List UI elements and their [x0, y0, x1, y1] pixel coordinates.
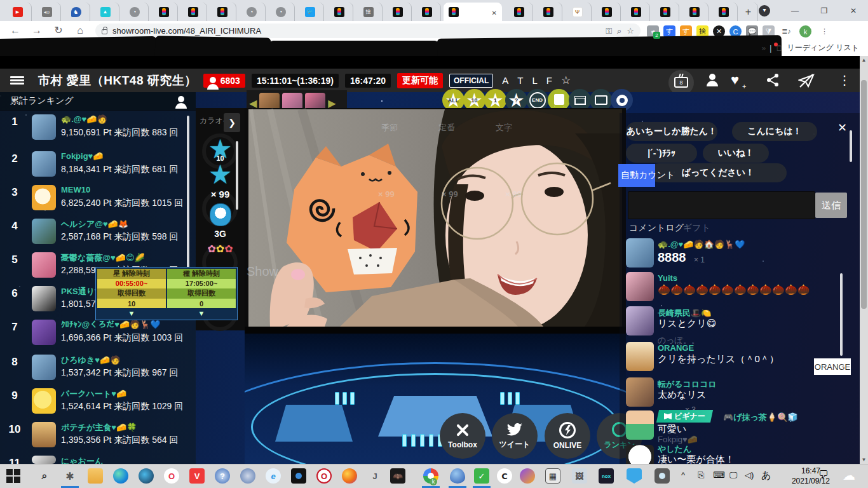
notification-center-icon[interactable]: 🗩 — [818, 469, 829, 480]
scroll-up-icon[interactable]: ▲ — [860, 57, 868, 63]
quick-comment-chip[interactable]: あいちーしか勝たん！ — [626, 122, 717, 141]
edge-icon[interactable] — [113, 468, 128, 484]
restore-button[interactable]: ❐ — [810, 0, 839, 21]
tray-ime-tool-icon[interactable]: ⌨ — [713, 470, 725, 480]
avatar[interactable] — [626, 342, 654, 371]
avatar[interactable] — [32, 185, 56, 210]
settings-gear-icon[interactable]: ✱ — [62, 468, 78, 484]
avatar[interactable] — [626, 238, 654, 268]
close-window-button[interactable]: ✕ — [839, 0, 868, 21]
minimize-button[interactable]: — — [780, 0, 810, 21]
close-tab-icon[interactable] — [492, 6, 497, 18]
tab-showroom[interactable] — [651, 3, 679, 21]
dark-app-icon[interactable] — [291, 468, 306, 484]
tab-twitter[interactable] — [296, 3, 324, 21]
quick-comment-chip[interactable]: こんにちは！ — [732, 122, 817, 141]
telegram-muted-icon[interactable] — [798, 72, 815, 89]
avatar[interactable] — [32, 320, 56, 345]
expand-rail-icon[interactable]: ❯ — [224, 113, 240, 132]
rail-scrollbar[interactable] — [236, 141, 238, 210]
tab-antlers[interactable] — [564, 3, 592, 21]
page-scrollbar[interactable]: ▲ ▼ — [860, 56, 868, 464]
tab-web[interactable] — [238, 3, 266, 21]
tab-audio[interactable] — [33, 3, 61, 21]
browser-q-icon[interactable]: ? — [215, 468, 230, 484]
comment-name[interactable]: 🎮げ抹っ茶🍦🍭🧊 — [723, 412, 798, 423]
privacy-shield-icon[interactable] — [520, 468, 535, 484]
ranking-row[interactable]: 11 にゃおーん — [0, 456, 191, 464]
carousel-right-icon[interactable]: ▶ — [328, 97, 336, 109]
send-button[interactable]: 送信 — [815, 193, 847, 218]
browser-menu-icon[interactable]: ⋮ — [818, 25, 831, 37]
update-button[interactable]: 更新可能 — [397, 73, 443, 88]
tweet-button[interactable]: ツイート — [492, 413, 538, 459]
tab-showroom[interactable] — [710, 3, 738, 21]
tab-active-showroom[interactable] — [444, 3, 502, 21]
tab-box[interactable] — [355, 3, 383, 21]
reload-icon[interactable]: ↻ — [51, 23, 66, 38]
playlist-icon[interactable]: ≣♪ — [780, 25, 792, 37]
search-icon[interactable]: ⌕ — [37, 468, 52, 484]
nox-app-icon[interactable]: nox — [599, 468, 614, 484]
tab-showroom[interactable] — [593, 3, 621, 21]
photos-app-icon[interactable]: 🖼 — [572, 468, 587, 484]
theater-mode-button[interactable]: 8 — [668, 70, 694, 95]
tray-network-icon[interactable]: 🖵 — [729, 470, 738, 480]
gift-bouquet-icon[interactable]: ✿✿✿ — [196, 243, 245, 255]
ranking-row[interactable]: 2 Fokpig♥🧀 8,184,341 Pt 来訪回数 681 回 — [0, 151, 191, 180]
avatar[interactable] — [32, 286, 56, 311]
user-name[interactable]: Fokpig♥🧀 — [61, 151, 104, 161]
user-name[interactable]: 🐢.@♥🧀🧑 — [61, 114, 107, 124]
tab-showroom[interactable] — [208, 3, 236, 21]
ranking-row[interactable]: 9 パークハート♥🧀 1,524,614 Pt 来訪回数 1029 回 — [0, 388, 191, 417]
tab-search-icon[interactable]: ▾ — [759, 5, 770, 17]
option-a[interactable]: A — [502, 75, 508, 86]
avatar[interactable] — [626, 410, 654, 440]
quick-comment-chip[interactable]: いいね！ — [703, 144, 769, 163]
avatar[interactable] — [32, 456, 56, 464]
user-name[interactable]: ｸﾛﾁｬﾝ@くろだ♥🧀🧑🦌💙 — [61, 320, 161, 329]
user-name[interactable]: ひろゆき♥🧀🧑 — [61, 355, 120, 366]
camera-app-icon[interactable] — [654, 468, 670, 484]
firefox-icon[interactable] — [342, 468, 357, 484]
user-name[interactable]: 憂鬱な薔薇@♥🧀😊🌽 — [61, 252, 145, 264]
tray-chevron-icon[interactable]: ^ — [681, 470, 685, 480]
scroll-down-icon[interactable]: ▼ — [860, 457, 868, 463]
tray-clipboard-icon[interactable]: ⎘ — [698, 470, 704, 480]
comment-scrollbar[interactable] — [840, 273, 843, 356]
comment-name[interactable]: 🐢.@♥🧀🧑🏠🧑🦌💙 — [658, 240, 745, 249]
tab-showroom[interactable] — [505, 3, 533, 21]
c-arrow-app-icon[interactable]: Ⅽ — [497, 468, 512, 484]
comment-input[interactable] — [628, 191, 815, 219]
viewers-icon[interactable] — [175, 95, 187, 107]
scrollbar-thumb[interactable] — [861, 80, 867, 309]
user-name[interactable]: MEW10 — [61, 185, 90, 194]
tab-analytics[interactable] — [92, 3, 119, 21]
tab-showroom[interactable] — [325, 3, 353, 21]
key-icon[interactable]: ⚿ — [606, 26, 612, 36]
forward-icon[interactable]: → — [29, 23, 44, 38]
tab-web[interactable] — [267, 3, 295, 21]
tab-showroom[interactable] — [384, 3, 412, 21]
egg-app-icon[interactable] — [450, 468, 465, 484]
ranking-row[interactable]: 3 MEW10 6,825,240 Pt 来訪回数 1015 回 — [0, 185, 191, 214]
opera-icon[interactable]: O — [164, 468, 179, 484]
share-icon[interactable] — [765, 72, 782, 89]
ranking-row[interactable]: 1 🐢.@♥🧀🧑 9,150,691 Pt 来訪回数 883 回 — [0, 114, 191, 144]
reading-list[interactable]: » | 🗒 リーディング リスト — [762, 43, 859, 53]
avatar[interactable] — [32, 355, 56, 380]
avatar[interactable] — [32, 388, 56, 414]
file-explorer-icon[interactable] — [88, 468, 103, 484]
avatar[interactable] — [32, 114, 56, 140]
option-l[interactable]: L — [532, 75, 538, 86]
option-t[interactable]: T — [517, 75, 523, 86]
user-name[interactable]: ヘルシア@♥🧀🦊 — [61, 219, 128, 230]
video-player[interactable]: 季節 定番 文字 × 99 × 99 × 99 — [245, 108, 626, 334]
new-tab-button[interactable] — [739, 3, 758, 21]
tab-showroom[interactable] — [681, 3, 709, 21]
onlive-button[interactable]: ONLIVE — [545, 413, 590, 459]
avatar[interactable] — [626, 377, 654, 407]
tab-showroom[interactable] — [179, 3, 207, 21]
profile-avatar[interactable]: k — [799, 25, 811, 37]
tab-showroom[interactable] — [413, 3, 441, 21]
